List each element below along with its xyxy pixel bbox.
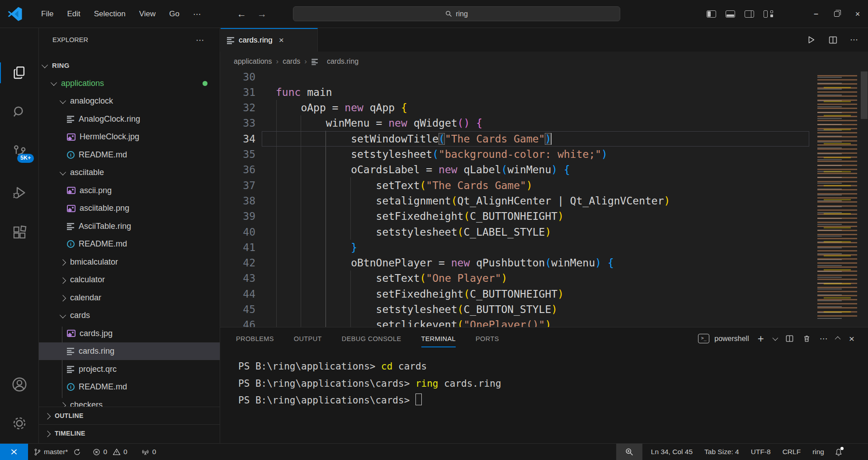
shell-name[interactable]: powershell xyxy=(714,335,749,343)
accounts-icon[interactable] xyxy=(0,368,39,401)
forward-arrow-icon[interactable]: → xyxy=(257,9,267,19)
panel-more-actions-icon[interactable]: ⋯ xyxy=(820,334,828,344)
code-line-43[interactable]: 43 setText("One Player") xyxy=(220,270,868,286)
tree-item-readme-md[interactable]: README.md xyxy=(39,235,220,253)
tab-close-icon[interactable]: × xyxy=(279,35,284,45)
breadcrumb-item[interactable]: cards.ring xyxy=(327,57,359,66)
tree-item-ring[interactable]: RING xyxy=(39,57,220,75)
tree-item-analogclock-ring[interactable]: AnalogClock.ring xyxy=(39,110,220,128)
code-line-32[interactable]: 32 oApp = new qApp { xyxy=(220,100,868,115)
toggle-sidebar-icon[interactable] xyxy=(707,10,716,18)
ports-status[interactable]: 0 xyxy=(141,448,156,456)
close-panel-icon[interactable]: × xyxy=(849,333,854,344)
toggle-panel-icon[interactable] xyxy=(726,10,735,18)
ring-file-icon xyxy=(67,223,75,230)
code-line-38[interactable]: 38 setalignment(Qt_AlignHCenter | Qt_Ali… xyxy=(220,193,868,209)
remote-indicator[interactable] xyxy=(0,444,28,460)
tree-item-asciitable-png[interactable]: asciitable.png xyxy=(39,199,220,218)
menu-view[interactable]: View xyxy=(132,9,163,19)
code-line-37[interactable]: 37 setText("The Cards Game") xyxy=(220,178,868,193)
restore-icon[interactable] xyxy=(826,0,847,28)
status-ln-34-col-45[interactable]: Ln 34, Col 45 xyxy=(645,448,698,456)
panel-tab-terminal[interactable]: TERMINAL xyxy=(421,327,456,350)
code-editor[interactable]: 3031func main32 oApp = new qApp {33 winM… xyxy=(220,71,868,327)
tree-item-hermleclock-jpg[interactable]: HermleClock.jpg xyxy=(39,128,220,146)
settings-icon[interactable] xyxy=(0,407,39,440)
branch-status[interactable]: master* xyxy=(33,448,68,456)
tree-item-asciitable-ring[interactable]: AsciiTable.ring xyxy=(39,217,220,235)
panel-tab-debug-console[interactable]: DEBUG CONSOLE xyxy=(342,327,401,350)
code-line-46[interactable]: 46 setclickevent("OnePlayer()") xyxy=(220,317,868,327)
code-line-39[interactable]: 39 setFixedheight(C_BUTTONHEIGHT) xyxy=(220,209,868,224)
code-line-45[interactable]: 45 setstylesheet(C_BUTTON_STYLE) xyxy=(220,302,868,317)
tree-item-asciitable[interactable]: asciitable xyxy=(39,164,220,182)
notifications-button[interactable] xyxy=(835,448,843,456)
more-actions-icon[interactable]: ⋯ xyxy=(850,35,858,45)
tree-item-readme-md[interactable]: README.md xyxy=(39,146,220,164)
panel-tab-problems[interactable]: PROBLEMS xyxy=(236,327,274,350)
timeline-section[interactable]: TIMELINE xyxy=(39,424,220,442)
status-crlf[interactable]: CRLF xyxy=(777,448,807,456)
run-icon[interactable] xyxy=(806,35,816,45)
tree-item-calendar[interactable]: calendar xyxy=(39,289,220,307)
tree-item-cards[interactable]: cards xyxy=(39,307,220,325)
tree-item-checkers[interactable]: checkers xyxy=(39,396,220,407)
tree-item-analogclock[interactable]: analogclock xyxy=(39,92,220,110)
code-line-34[interactable]: 34 setWindowTitle("The Cards Game") xyxy=(220,131,868,147)
tree-item-project-qrc[interactable]: project.qrc xyxy=(39,360,220,378)
explorer-view-icon[interactable] xyxy=(0,57,39,89)
panel-tab-ports[interactable]: PORTS xyxy=(476,327,499,350)
account-icon xyxy=(11,376,28,393)
outline-section[interactable]: OUTLINE xyxy=(39,407,220,424)
terminal-output[interactable]: PS B:\ring\applications> cd cardsPS B:\r… xyxy=(238,358,501,409)
menu-file[interactable]: File xyxy=(34,9,60,19)
minimize-icon[interactable]: − xyxy=(806,0,826,28)
code-line-44[interactable]: 44 setFixedheight(C_BUTTONHEIGHT) xyxy=(220,286,868,302)
breadcrumb-item[interactable]: applications xyxy=(234,57,272,66)
maximize-panel-icon[interactable] xyxy=(835,337,840,342)
command-center-search[interactable]: ring xyxy=(293,6,620,21)
tree-item-bmicalculator[interactable]: bmicalculator xyxy=(39,253,220,271)
status-tab-size-4[interactable]: Tab Size: 4 xyxy=(698,448,745,456)
tree-item-ascii-png[interactable]: ascii.png xyxy=(39,181,220,199)
toggle-secondary-sidebar-icon[interactable] xyxy=(745,10,754,18)
menu-edit[interactable]: Edit xyxy=(60,9,87,19)
tree-item-calculator[interactable]: calculator xyxy=(39,271,220,289)
code-line-35[interactable]: 35 setstylesheet("background-color: whit… xyxy=(220,147,868,162)
line-number: 30 xyxy=(220,71,255,85)
extensions-view-icon[interactable] xyxy=(0,216,39,249)
search-view-icon[interactable] xyxy=(0,96,39,128)
menu-selection[interactable]: Selection xyxy=(87,9,132,19)
zoom-status[interactable] xyxy=(616,444,642,460)
run-debug-view-icon[interactable] xyxy=(0,176,39,209)
terminal-dropdown-icon[interactable] xyxy=(772,335,778,341)
code-line-30[interactable]: 30 xyxy=(220,71,868,85)
split-terminal-icon[interactable] xyxy=(785,334,794,343)
tree-item-cards-ring[interactable]: cards.ring xyxy=(39,342,220,360)
status-utf-8[interactable]: UTF-8 xyxy=(745,448,777,456)
code-line-41[interactable]: 41 } xyxy=(220,240,868,255)
back-arrow-icon[interactable]: ← xyxy=(237,9,246,19)
code-line-31[interactable]: 31func main xyxy=(220,85,868,100)
code-line-42[interactable]: 42 oBtnOnePlayer = new qPushbutton(winMe… xyxy=(220,255,868,270)
status-ring[interactable]: ring xyxy=(807,448,830,456)
close-icon[interactable]: × xyxy=(847,0,868,28)
breadcrumb-item[interactable]: cards xyxy=(283,57,300,66)
trash-icon[interactable] xyxy=(802,334,811,343)
sync-button[interactable] xyxy=(73,448,81,456)
source-control-view-icon[interactable]: 5K+ xyxy=(0,136,39,168)
panel-tab-output[interactable]: OUTPUT xyxy=(294,327,322,350)
tree-item-cards-jpg[interactable]: cards.jpg xyxy=(39,324,220,342)
code-line-40[interactable]: 40 setstylesheet(C_LABEL_STYLE) xyxy=(220,224,868,240)
tree-item-applications[interactable]: applications xyxy=(39,74,220,92)
tab-cards-ring[interactable]: cards.ring × xyxy=(221,28,318,52)
customize-layout-icon[interactable] xyxy=(764,10,773,18)
problems-status[interactable]: 0 0 xyxy=(93,448,127,456)
menu-more[interactable]: ⋯ xyxy=(186,9,208,19)
code-line-36[interactable]: 36 oCardsLabel = new qLabel(winMenu) { xyxy=(220,162,868,177)
menu-go[interactable]: Go xyxy=(162,9,186,19)
code-line-33[interactable]: 33 winMenu = new qWidget() { xyxy=(220,115,868,131)
split-editor-icon[interactable] xyxy=(828,35,838,45)
new-terminal-icon[interactable]: + xyxy=(758,332,764,345)
tree-item-readme-md[interactable]: README.md xyxy=(39,378,220,396)
